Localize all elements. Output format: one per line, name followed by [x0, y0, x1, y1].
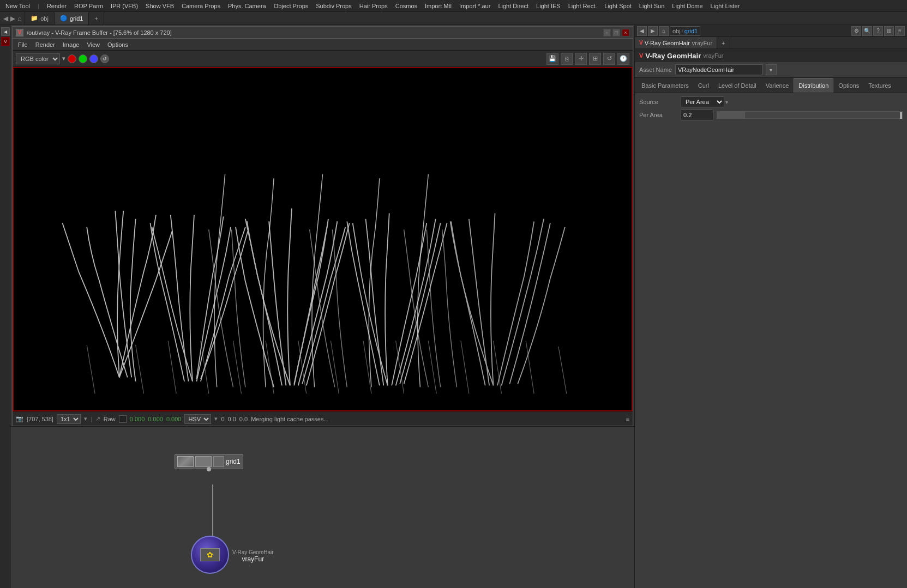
asset-name-dropdown-btn[interactable]: ▾ [766, 64, 777, 75]
tab-varience[interactable]: Varience [761, 78, 794, 93]
menu-light-dome[interactable]: Light Dome [669, 3, 706, 9]
right-panel: ◀ ▶ ⌂ obj / grid1 ⚙ 🔍 ? ⊞ ≡ V V-Ray [634, 25, 907, 588]
right-topbar: ◀ ▶ ⌂ obj / grid1 ⚙ 🔍 ? ⊞ ≡ [635, 25, 907, 37]
tab-distribution[interactable]: Distribution [794, 78, 833, 93]
tab-curl[interactable]: Curl [694, 78, 713, 93]
geomhair-labels: V-Ray GeomHair vrayFur [232, 549, 274, 563]
per-area-slider[interactable] [717, 111, 903, 119]
menu-light-spot[interactable]: Light Spot [601, 3, 635, 9]
vfb-maximize-btn[interactable]: □ [612, 29, 620, 37]
menu-show-vfb[interactable]: Show VFB [142, 3, 177, 9]
rt-sep: / [682, 28, 683, 34]
colorspace-select[interactable]: HSV [184, 414, 211, 424]
vfb-minimize-btn[interactable]: − [603, 29, 611, 37]
zoom-select[interactable]: 1x1 [57, 414, 81, 424]
tab-new[interactable]: + [89, 12, 104, 25]
color-btn-refresh[interactable]: ↺ [100, 54, 109, 63]
tab-basic-parameters[interactable]: Basic Parameters [637, 78, 693, 93]
new-tool-label: New Tool [2, 3, 33, 9]
menu-import-aur[interactable]: Import *.aur [456, 3, 494, 9]
menu-subdiv-props[interactable]: Subdiv Props [313, 3, 355, 9]
rt-more-btn[interactable]: ≡ [895, 26, 905, 36]
menu-ipr[interactable]: IPR (VFB) [107, 3, 141, 9]
geomhair-panel-title: V-Ray GeomHair [645, 52, 701, 60]
tab-obj[interactable]: 📁 obj [25, 12, 55, 25]
source-row: Source Per Area ▾ [639, 96, 903, 107]
vfb-close-btn[interactable]: × [622, 29, 629, 37]
rt-obj-label: obj [672, 28, 681, 34]
rt-expand-btn[interactable]: ⊞ [884, 26, 894, 36]
color-btn-red[interactable] [68, 54, 76, 63]
vfb-menu-options[interactable]: Options [104, 41, 131, 48]
geomhair-circle[interactable]: ✿ [191, 536, 229, 574]
tab-level-of-detail[interactable]: Level of Detail [714, 78, 761, 93]
tab-options[interactable]: Options [834, 78, 863, 93]
source-select[interactable]: Per Area [681, 96, 724, 107]
vfb-frame-btn[interactable]: ⊞ [589, 53, 601, 65]
color-btn-green[interactable] [79, 54, 87, 63]
menu-object-props[interactable]: Object Props [271, 3, 312, 9]
status-coords: [707, 538] [27, 416, 53, 422]
rt-settings-btn[interactable]: ⚙ [851, 26, 861, 36]
grid1-node[interactable]: grid1 [175, 454, 243, 469]
geomhair-panel-subtitle: vrayFur [703, 52, 723, 59]
color-channel-select[interactable]: RGB color [16, 53, 60, 64]
vfb-cursor-btn[interactable]: ✛ [575, 53, 587, 65]
tab-grid1[interactable]: 🔵 grid1 [55, 12, 89, 25]
source-label: Source [639, 99, 677, 105]
asset-name-input[interactable] [675, 64, 762, 75]
vfb-menu: File Render Image View Options [13, 39, 633, 51]
menu-phys-camera[interactable]: Phys. Camera [225, 3, 269, 9]
vfb-history-btn[interactable]: 🕐 [617, 53, 629, 65]
top-menubar: New Tool | Render ROP Parm IPR (VFB) Sho… [0, 0, 907, 12]
rt-question-btn[interactable]: ? [873, 26, 883, 36]
menu-light-sun[interactable]: Light Sun [636, 3, 668, 9]
menu-rop-parm[interactable]: ROP Parm [71, 3, 106, 9]
vfb-copy-btn[interactable]: ⎘ [561, 53, 573, 65]
per-area-value-input[interactable] [681, 110, 713, 120]
menu-light-direct[interactable]: Light Direct [495, 3, 532, 9]
status-g: 0.000 [148, 416, 163, 422]
right-topbar-right: ⚙ 🔍 ? ⊞ ≡ [851, 26, 905, 36]
vfb-save-btn[interactable]: 💾 [546, 53, 558, 65]
menu-render[interactable]: Render [44, 3, 70, 9]
vfb-refresh-btn[interactable]: ↺ [603, 53, 615, 65]
rt-back-btn[interactable]: ◀ [637, 26, 647, 36]
menu-light-ies[interactable]: Light IES [533, 3, 564, 9]
asset-name-label: Asset Name [639, 66, 672, 73]
per-area-label: Per Area [639, 112, 677, 118]
rt-forward-btn[interactable]: ▶ [648, 26, 658, 36]
menu-hair-props[interactable]: Hair Props [356, 3, 391, 9]
status-list-icon[interactable]: ≡ [626, 416, 629, 422]
back-btn[interactable]: ◀ [3, 15, 8, 22]
rt-search-btn[interactable]: 🔍 [862, 26, 872, 36]
vray-icon[interactable]: V [1, 37, 10, 46]
vfb-menu-render[interactable]: Render [32, 41, 58, 48]
vfb-menu-image[interactable]: Image [59, 41, 83, 48]
menu-cosmos[interactable]: Cosmos [392, 3, 421, 9]
geomhair-header-icon: V [639, 52, 643, 59]
vray-geomhair-node[interactable]: ✿ V-Ray GeomHair vrayFur [191, 536, 274, 574]
vray-tabs: Basic Parameters Curl Level of Detail Va… [635, 78, 907, 93]
menu-import-mtl[interactable]: Import Mtl [422, 3, 455, 9]
forward-btn[interactable]: ▶ [10, 15, 15, 22]
menu-light-rect[interactable]: Light Rect. [565, 3, 600, 9]
upper-section: ◀ V V /out/vray - V-Ray Frame Buffer - [… [0, 25, 907, 588]
menu-camera-props[interactable]: Camera Props [178, 3, 224, 9]
vfb-menu-view[interactable]: View [83, 41, 103, 48]
right-navtab-plus[interactable]: + [717, 37, 730, 49]
tab-textures[interactable]: Textures [864, 78, 896, 93]
color-btn-blue[interactable] [89, 54, 98, 63]
rt-home-btn[interactable]: ⌂ [659, 26, 669, 36]
rt-breadcrumb: obj / grid1 [670, 26, 700, 36]
right-navtab-vray[interactable]: V V-Ray GeomHair vrayFur [635, 37, 717, 49]
sidebar-btn-1[interactable]: ◀ [1, 27, 10, 36]
home-btn[interactable]: ⌂ [17, 15, 21, 22]
geomhair-inner-box: ✿ [200, 548, 220, 561]
per-area-row: Per Area [639, 110, 903, 120]
status-msg: Merging light cache passes... [251, 416, 622, 422]
menu-light-lister[interactable]: Light Lister [707, 3, 743, 9]
vfb-menu-file[interactable]: File [15, 41, 31, 48]
grid1-thumbnail [177, 456, 194, 467]
geomhair-node-container[interactable]: ✿ V-Ray GeomHair vrayFur [191, 536, 274, 574]
